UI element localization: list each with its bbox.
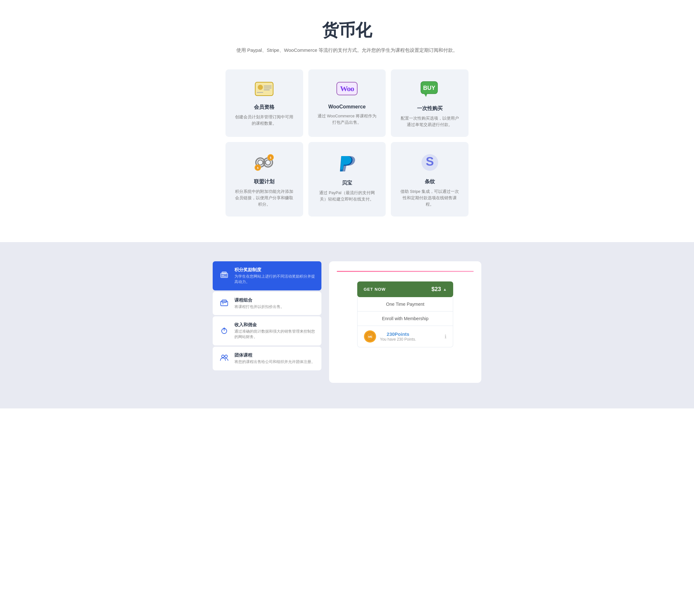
card-affiliate: $ $ 联盟计划 积分系统中的附加功能允许添加会员链接，以便用户分享和赚取积分。 — [225, 142, 303, 217]
card-onetime-desc: 配置一次性购买选项，以便用户通过单笔交易进行付款。 — [399, 115, 461, 128]
payment-option-membership[interactable]: Enroll with Membership — [358, 311, 453, 326]
card-onetime-title: 一次性购买 — [399, 105, 461, 112]
page-subtitle: 使用 Paypal、Stripe、WooCommerce 等流行的支付方式。允许… — [6, 47, 688, 53]
svg-text:Woo: Woo — [340, 85, 354, 93]
payment-option-onetime[interactable]: One Time Payment — [358, 297, 453, 311]
revenue-title: 收入和佣金 — [234, 322, 315, 328]
payment-options: One Time Payment Enroll with Membership — [357, 297, 453, 347]
points-info: 230Points You have 230 Points. — [380, 331, 416, 342]
stripe-icon: S — [399, 153, 461, 174]
card-paypal: 贝宝 通过 PayPal（最流行的支付网关）轻松建立即时在线支付。 — [308, 142, 386, 217]
card-membership-desc: 创建会员计划并管理订阅中可用的课程数量。 — [233, 114, 295, 127]
get-now-button[interactable]: GET NOW $23 ▲ — [357, 282, 453, 297]
get-now-label: GET NOW — [364, 287, 386, 292]
points-row: M$ 230Points You have 230 Points. ℹ — [358, 326, 453, 347]
right-panel: GET NOW $23 ▲ One Time Payment Enroll wi… — [329, 261, 481, 383]
card-stripe-desc: 借助 Stripe 集成，可以通过一次性和定期付款选项在线销售课程。 — [399, 188, 461, 207]
svg-marker-10 — [424, 94, 427, 97]
sidebar-item-revenue[interactable]: 收入和佣金 通过准确的统计数据和强大的销售管理来控制您的网站财务。 — [213, 316, 322, 345]
svg-text:S: S — [426, 155, 434, 168]
points-desc: 为学生在您网站上进行的不同活动奖励积分并提高动力。 — [234, 274, 315, 285]
svg-text:BUY: BUY — [423, 85, 435, 91]
revenue-desc: 通过准确的统计数据和强大的销售管理来控制您的网站财务。 — [234, 329, 315, 340]
cards-grid: 会员资格 创建会员计划并管理订阅中可用的课程数量。 Woo WooCommerc… — [225, 69, 469, 217]
bundles-title: 课程组合 — [234, 297, 284, 303]
membership-icon — [233, 81, 295, 99]
points-icon — [219, 271, 229, 281]
svg-point-34 — [225, 355, 227, 358]
svg-rect-25 — [222, 272, 226, 274]
card-membership-title: 会员资格 — [233, 104, 295, 111]
page-title: 货币化 — [6, 19, 688, 41]
bottom-section: 积分奖励制度 为学生在您网站上进行的不同活动奖励积分并提高动力。 课程组合 将课… — [0, 242, 694, 409]
points-sub: You have 230 Points. — [380, 337, 416, 342]
bundles-desc: 将课程打包并以折扣价出售。 — [234, 304, 284, 310]
get-now-widget: GET NOW $23 ▲ One Time Payment Enroll wi… — [357, 282, 453, 347]
left-panel: 积分奖励制度 为学生在您网站上进行的不同活动奖励积分并提高动力。 课程组合 将课… — [213, 261, 322, 370]
points-coin-icon: M$ — [364, 330, 376, 343]
svg-point-33 — [222, 355, 224, 358]
top-section: 货币化 使用 Paypal、Stripe、WooCommerce 等流行的支付方… — [0, 0, 694, 242]
svg-rect-0 — [255, 82, 273, 96]
bundles-content: 课程组合 将课程打包并以折扣价出售。 — [234, 297, 284, 310]
card-affiliate-desc: 积分系统中的附加功能允许添加会员链接，以便用户分享和赚取积分。 — [233, 188, 295, 207]
get-now-price: $23 ▲ — [432, 286, 447, 293]
svg-text:M$: M$ — [368, 335, 372, 338]
card-stripe: S 条纹 借助 Stripe 集成，可以通过一次性和定期付款选项在线销售课程。 — [391, 142, 469, 217]
points-title: 积分奖励制度 — [234, 267, 315, 273]
groups-desc: 将您的课程出售给公司和组织并允许团体注册。 — [234, 359, 315, 365]
groups-title: 团体课程 — [234, 352, 315, 358]
sidebar-item-groups[interactable]: 团体课程 将您的课程出售给公司和组织并允许团体注册。 — [213, 347, 322, 370]
svg-text:$: $ — [270, 156, 272, 159]
woocommerce-icon: Woo — [316, 81, 378, 99]
card-woocommerce: Woo WooCommerce 通过 WooCommerce 将课程作为打包产品… — [308, 69, 386, 137]
svg-point-13 — [258, 160, 263, 165]
points-content: 积分奖励制度 为学生在您网站上进行的不同活动奖励积分并提高动力。 — [234, 267, 315, 285]
groups-icon — [219, 354, 229, 364]
affiliate-icon: $ $ — [233, 153, 295, 174]
chevron-up-icon: ▲ — [443, 287, 447, 292]
revenue-content: 收入和佣金 通过准确的统计数据和强大的销售管理来控制您的网站财务。 — [234, 322, 315, 340]
bundles-icon — [219, 298, 229, 308]
revenue-icon — [219, 326, 229, 336]
card-woocommerce-title: WooCommerce — [316, 104, 378, 110]
onetime-icon: BUY 👆 — [399, 81, 461, 101]
groups-content: 团体课程 将您的课程出售给公司和组织并允许团体注册。 — [234, 352, 315, 365]
card-affiliate-title: 联盟计划 — [233, 179, 295, 185]
card-paypal-desc: 通过 PayPal（最流行的支付网关）轻松建立即时在线支付。 — [316, 190, 378, 202]
card-woocommerce-desc: 通过 WooCommerce 将课程作为打包产品出售。 — [316, 113, 378, 126]
bottom-inner: 积分奖励制度 为学生在您网站上进行的不同活动奖励积分并提高动力。 课程组合 将课… — [213, 261, 481, 383]
svg-point-15 — [266, 160, 271, 165]
card-onetime: BUY 👆 一次性购买 配置一次性购买选项，以便用户通过单笔交易进行付款。 — [391, 69, 469, 137]
svg-point-1 — [258, 85, 263, 90]
sidebar-item-points[interactable]: 积分奖励制度 为学生在您网站上进行的不同活动奖励积分并提高动力。 — [213, 261, 322, 290]
paypal-icon — [316, 153, 378, 175]
points-value: 230Points — [380, 331, 416, 337]
svg-text:$: $ — [257, 166, 259, 169]
card-membership: 会员资格 创建会员计划并管理订阅中可用的课程数量。 — [225, 69, 303, 137]
info-icon[interactable]: ℹ — [444, 333, 446, 340]
pink-line — [337, 271, 474, 272]
sidebar-item-bundles[interactable]: 课程组合 将课程打包并以折扣价出售。 — [213, 292, 322, 315]
card-stripe-title: 条纹 — [399, 179, 461, 185]
card-paypal-title: 贝宝 — [316, 180, 378, 186]
